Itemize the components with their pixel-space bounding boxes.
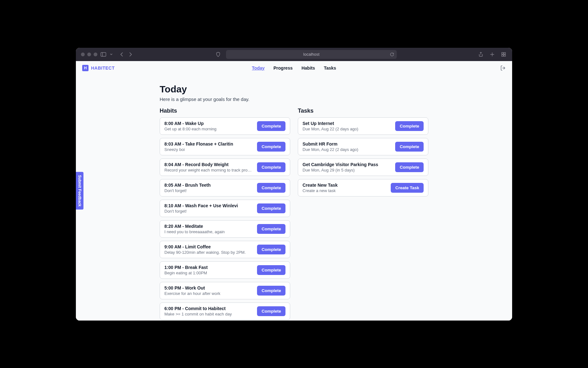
maximize-window-icon[interactable] — [94, 53, 97, 56]
tasks-column: Tasks Set Up InternetDue Mon, Aug 22 (2 … — [298, 108, 428, 321]
create-task-button[interactable]: Create Task — [391, 183, 424, 193]
browser-chrome: localhost — [76, 48, 512, 61]
url-bar[interactable]: localhost — [226, 50, 397, 59]
url-text: localhost — [303, 52, 319, 57]
habit-title: 6:00 PM - Commit to Habitect — [164, 306, 253, 311]
share-icon[interactable] — [477, 51, 484, 58]
feedback-tab[interactable]: Submit Feedback — [76, 172, 83, 209]
habit-title: 8:10 AM - Wash Face + Use Winlevi — [164, 203, 253, 208]
complete-button[interactable]: Complete — [257, 245, 285, 254]
habit-text: 8:20 AM - MeditateI need you to breeaaaa… — [164, 224, 253, 234]
svg-rect-0 — [101, 53, 106, 56]
habit-text: 8:05 AM - Brush TeethDon't forget! — [164, 183, 253, 193]
page-subtitle: Here is a glimpse at your goals for the … — [160, 97, 428, 102]
task-sub: Due Mon, Aug 22 (2 days ago) — [303, 147, 391, 152]
task-sub: Create a new task — [303, 188, 387, 193]
habit-title: 8:04 AM - Record Body Weight — [164, 162, 253, 167]
habit-text: 1:00 PM - Break FastBegin eating at 1:00… — [164, 265, 253, 275]
back-icon[interactable] — [118, 51, 125, 58]
habit-title: 5:00 PM - Work Out — [164, 285, 253, 290]
chrome-right — [477, 51, 507, 58]
habit-card: 8:03 AM - Take Flonase + ClaritinSneezy … — [160, 138, 290, 155]
habits-heading: Habits — [160, 108, 290, 114]
browser-window: localhost H HABITECT Today — [76, 48, 512, 321]
nav-link-habits[interactable]: Habits — [302, 65, 315, 71]
minimize-window-icon[interactable] — [87, 53, 91, 56]
habit-card: 9:00 AM - Limit CoffeeDelay 90-120min af… — [160, 241, 290, 258]
chevron-down-icon[interactable] — [109, 51, 113, 58]
habit-title: 8:05 AM - Brush Teeth — [164, 183, 253, 188]
nav-link-progress[interactable]: Progress — [273, 65, 293, 71]
complete-button[interactable]: Complete — [257, 286, 285, 296]
habit-text: 6:00 PM - Commit to HabitectMake >= 1 co… — [164, 306, 253, 316]
complete-button[interactable]: Complete — [257, 203, 285, 213]
brand-text: HABITECT — [91, 65, 115, 71]
habit-sub: Don't forget! — [164, 188, 253, 193]
habit-card: 5:00 PM - Work OutExercise for an hour a… — [160, 282, 290, 299]
svg-rect-5 — [504, 55, 505, 56]
svg-rect-2 — [502, 53, 503, 54]
task-title: Submit HR Form — [303, 141, 391, 147]
create-task-card: Create New TaskCreate a new taskCreate T… — [298, 179, 428, 196]
habit-title: 8:03 AM - Take Flonase + Claritin — [164, 141, 253, 147]
complete-button[interactable]: Complete — [395, 162, 424, 172]
reload-icon[interactable] — [390, 52, 394, 57]
complete-button[interactable]: Complete — [257, 224, 285, 234]
habit-sub: Exercise for an hour after work — [164, 291, 253, 296]
habit-sub: I need you to breeaaaathe, again — [164, 229, 253, 234]
app-content: H HABITECT Today Progress Habits Tasks S… — [76, 61, 512, 321]
forward-icon[interactable] — [127, 51, 134, 58]
habit-card: 8:00 AM - Wake UpGet up at 8:00 each mor… — [160, 117, 290, 135]
task-text: Create New TaskCreate a new task — [303, 183, 387, 193]
task-card: Get Cambridge Visitor Parking PassDue Mo… — [298, 159, 428, 176]
page-body: Today Here is a glimpse at your goals fo… — [156, 75, 432, 321]
complete-button[interactable]: Complete — [257, 142, 285, 152]
habits-list: 8:00 AM - Wake UpGet up at 8:00 each mor… — [160, 117, 290, 321]
browser-nav — [118, 51, 134, 58]
sidebar-toggle-icon[interactable] — [100, 51, 107, 58]
nav-link-tasks[interactable]: Tasks — [324, 65, 336, 71]
habit-card: 8:10 AM - Wash Face + Use WinleviDon't f… — [160, 200, 290, 217]
habit-text: 9:00 AM - Limit CoffeeDelay 90-120min af… — [164, 244, 253, 255]
nav-link-today[interactable]: Today — [252, 65, 265, 71]
habit-sub: Don't forget! — [164, 209, 253, 214]
habit-sub: Begin eating at 1:00PM — [164, 271, 253, 275]
habit-text: 8:03 AM - Take Flonase + ClaritinSneezy … — [164, 141, 253, 152]
traffic-lights — [81, 53, 97, 56]
task-card: Set Up InternetDue Mon, Aug 22 (2 days a… — [298, 117, 428, 135]
habit-card: 8:20 AM - MeditateI need you to breeaaaa… — [160, 220, 290, 238]
close-window-icon[interactable] — [81, 53, 85, 56]
nav-center: Today Progress Habits Tasks — [252, 65, 336, 71]
habit-sub: Record your weight each morning to track… — [164, 168, 253, 172]
brand-icon: H — [82, 65, 89, 71]
habit-card: 6:00 PM - Commit to HabitectMake >= 1 co… — [160, 303, 290, 320]
habit-sub: Make >= 1 commit on habit each day — [164, 312, 253, 316]
habit-text: 8:00 AM - Wake UpGet up at 8:00 each mor… — [164, 121, 253, 131]
task-text: Get Cambridge Visitor Parking PassDue Mo… — [303, 162, 391, 172]
task-sub: Due Mon, Aug 22 (2 days ago) — [303, 127, 391, 131]
logout-button[interactable] — [500, 65, 506, 71]
complete-button[interactable]: Complete — [395, 142, 424, 152]
complete-button[interactable]: Complete — [257, 121, 285, 131]
habit-text: 5:00 PM - Work OutExercise for an hour a… — [164, 285, 253, 296]
habit-sub: Sneezy boi — [164, 147, 253, 152]
complete-button[interactable]: Complete — [257, 162, 285, 172]
task-text: Set Up InternetDue Mon, Aug 22 (2 days a… — [303, 121, 391, 131]
habit-text: 8:04 AM - Record Body WeightRecord your … — [164, 162, 253, 172]
app-header: H HABITECT Today Progress Habits Tasks — [76, 61, 512, 75]
habit-title: 9:00 AM - Limit Coffee — [164, 244, 253, 249]
tabs-grid-icon[interactable] — [500, 51, 507, 58]
complete-button[interactable]: Complete — [257, 265, 285, 275]
task-title: Create New Task — [303, 183, 387, 188]
brand[interactable]: H HABITECT — [82, 65, 115, 71]
complete-button[interactable]: Complete — [257, 306, 285, 316]
svg-rect-3 — [504, 53, 505, 54]
new-tab-icon[interactable] — [489, 51, 496, 58]
task-title: Get Cambridge Visitor Parking Pass — [303, 162, 391, 167]
complete-button[interactable]: Complete — [257, 183, 285, 193]
complete-button[interactable]: Complete — [395, 121, 424, 131]
page-title: Today — [160, 84, 428, 95]
habit-title: 8:20 AM - Meditate — [164, 224, 253, 229]
columns: Habits 8:00 AM - Wake UpGet up at 8:00 e… — [160, 108, 428, 321]
shield-icon[interactable] — [215, 51, 222, 58]
